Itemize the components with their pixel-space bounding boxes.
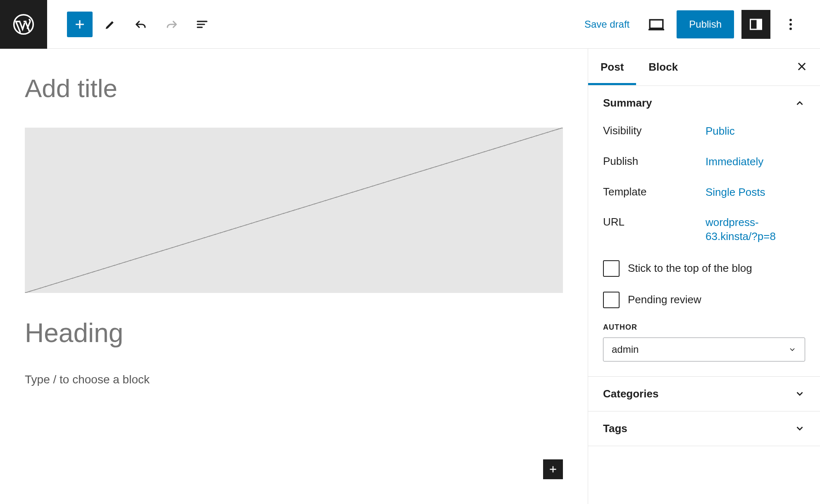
template-row: Template Single Posts — [603, 185, 805, 200]
chevron-down-icon — [794, 423, 805, 434]
chevron-down-icon — [794, 388, 805, 399]
sticky-label: Stick to the top of the blog — [628, 262, 752, 275]
summary-panel-header[interactable]: Summary — [588, 86, 820, 120]
visibility-row: Visibility Public — [603, 124, 805, 138]
edit-mode-button[interactable] — [98, 12, 123, 37]
svg-point-6 — [789, 27, 792, 30]
summary-panel: Summary Visibility Public Publish Immedi… — [588, 86, 820, 377]
redo-button — [159, 12, 184, 37]
sidebar-tabs: Post Block — [588, 49, 820, 86]
categories-panel: Categories — [588, 377, 820, 411]
settings-sidebar-toggle[interactable] — [741, 10, 770, 39]
close-icon — [796, 61, 808, 72]
more-options-button[interactable] — [778, 12, 803, 37]
author-select[interactable]: admin — [603, 338, 805, 361]
toolbar-left-group — [47, 12, 215, 37]
categories-panel-title: Categories — [603, 388, 658, 400]
summary-panel-body: Visibility Public Publish Immediately Te… — [588, 120, 820, 376]
paragraph-block-prompt[interactable]: Type / to choose a block — [25, 373, 563, 386]
pending-label: Pending review — [628, 293, 701, 306]
url-label: URL — [603, 216, 706, 244]
categories-panel-header[interactable]: Categories — [588, 377, 820, 411]
template-label: Template — [603, 185, 706, 200]
tags-panel: Tags — [588, 411, 820, 446]
plus-icon — [73, 17, 87, 31]
post-title-input[interactable]: Add title — [25, 74, 563, 103]
cover-image-block[interactable] — [25, 128, 563, 293]
tab-block[interactable]: Block — [636, 49, 690, 85]
author-selected-value: admin — [612, 344, 639, 355]
svg-point-4 — [789, 19, 792, 21]
svg-point-5 — [789, 23, 792, 26]
publish-label: Publish — [603, 155, 706, 169]
wordpress-icon — [12, 13, 35, 36]
settings-sidebar: Post Block Summary Visibility Public — [588, 49, 820, 504]
sticky-checkbox[interactable] — [603, 260, 620, 277]
publish-row: Publish Immediately — [603, 155, 805, 169]
url-row: URL wordpress-63.kinsta/?p=8 — [603, 216, 805, 244]
content-wrapper: Add title Heading Type / to choose a blo… — [0, 49, 820, 504]
chevron-up-icon — [794, 98, 805, 109]
heading-block[interactable]: Heading — [25, 318, 563, 348]
desktop-icon — [648, 18, 664, 31]
add-block-button[interactable] — [67, 12, 93, 37]
save-draft-button[interactable]: Save draft — [578, 14, 636, 34]
preview-button[interactable] — [644, 12, 669, 37]
url-value[interactable]: wordpress-63.kinsta/?p=8 — [706, 216, 805, 244]
pending-checkbox[interactable] — [603, 292, 620, 308]
wordpress-logo[interactable] — [0, 0, 47, 49]
svg-rect-1 — [650, 19, 663, 28]
document-outline-button[interactable] — [189, 12, 215, 37]
tags-panel-header[interactable]: Tags — [588, 411, 820, 446]
summary-panel-title: Summary — [603, 97, 652, 109]
inline-add-block-button[interactable] — [543, 459, 563, 479]
template-value[interactable]: Single Posts — [706, 185, 805, 200]
tags-panel-title: Tags — [603, 422, 627, 435]
sticky-checkbox-row[interactable]: Stick to the top of the blog — [603, 260, 805, 277]
editor-canvas: Add title Heading Type / to choose a blo… — [0, 49, 588, 504]
undo-icon — [134, 17, 148, 31]
pending-checkbox-row[interactable]: Pending review — [603, 292, 805, 308]
visibility-value[interactable]: Public — [706, 124, 805, 138]
undo-button[interactable] — [128, 12, 154, 37]
top-toolbar: Save draft Publish — [0, 0, 820, 49]
svg-rect-3 — [757, 19, 762, 29]
visibility-label: Visibility — [603, 124, 706, 138]
sidebar-icon — [748, 17, 763, 32]
toolbar-right-group: Save draft Publish — [578, 10, 820, 39]
kebab-icon — [789, 18, 792, 31]
pencil-icon — [103, 17, 117, 31]
tab-post[interactable]: Post — [588, 49, 636, 85]
author-heading: AUTHOR — [603, 323, 805, 332]
chevron-down-icon — [788, 345, 796, 354]
publish-value[interactable]: Immediately — [706, 155, 805, 169]
publish-button[interactable]: Publish — [677, 10, 734, 38]
plus-icon — [548, 464, 558, 475]
close-sidebar-button[interactable] — [784, 52, 820, 82]
redo-icon — [164, 17, 179, 31]
list-icon — [195, 17, 209, 31]
